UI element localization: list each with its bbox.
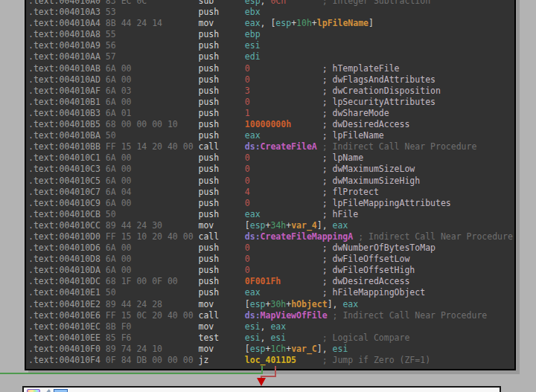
opcode-bytes: FF 15 10 20 40 00: [106, 231, 199, 242]
asm-row[interactable]: .text:004010AB 6A 00 push 0 ; hTemplateF…: [28, 63, 514, 74]
operand-variable-name: var_4: [291, 220, 317, 231]
asm-row[interactable]: .text:004010C5 6A 00 push 0 ; dwMaximumS…: [28, 176, 514, 187]
operand-variable-name: var_C: [291, 344, 317, 354]
operand-register: esp: [250, 220, 266, 231]
address: .text:004010D0: [28, 231, 106, 242]
basic-block-node[interactable]: .text:004010A0 83 EC 0C sub esp, 0Ch ; I…: [25, 0, 516, 370]
operand-register: esp: [275, 18, 291, 28]
asm-row[interactable]: .text:004010B3 6A 01 push 1 ; dwShareMod…: [28, 108, 514, 119]
operand-register: eax: [245, 130, 261, 141]
parameter-comment: ; dwNumberOfBytesToMap: [322, 242, 436, 253]
opcode-bytes: 55: [106, 29, 199, 39]
asm-row[interactable]: .text:004010CB 50 push eax ; hFile: [28, 209, 514, 220]
mnemonic: push: [198, 254, 244, 264]
asm-row[interactable]: .text:004010E6 FF 15 0C 20 40 00 call ds…: [28, 310, 514, 321]
edge-arrowhead-icon: [257, 378, 266, 386]
opcode-bytes: 50: [106, 287, 199, 298]
asm-row[interactable]: .text:004010A8 55 push ebp: [28, 29, 514, 40]
auto-comment: ; Indirect Call Near Procedure: [322, 141, 477, 152]
operand-immediate: 0: [245, 74, 250, 85]
asm-row[interactable]: .text:004010E1 50 push eax ; hFileMappin…: [28, 287, 514, 298]
spacer: [261, 287, 322, 298]
address: .text:004010EC: [28, 321, 106, 332]
opcode-bytes: 57: [106, 51, 199, 62]
asm-row[interactable]: .text:004010D8 6A 00 push 0 ; dwFileOffs…: [28, 254, 514, 265]
opcode-bytes: 0F 84 DB 00 00 00: [106, 355, 199, 365]
palette-icon[interactable]: [27, 389, 40, 392]
window-icon[interactable]: [54, 389, 68, 392]
operand-punctuation: ,: [261, 321, 271, 332]
pencil-icon[interactable]: [44, 389, 51, 392]
address: .text:004010C1: [28, 152, 106, 163]
asm-row[interactable]: .text:004010F0 89 74 24 10 mov [esp+1Ch+…: [28, 344, 514, 355]
asm-row[interactable]: .text:004010A3 53 push ebx: [28, 7, 514, 18]
address: .text:004010F4: [28, 355, 106, 365]
asm-row[interactable]: .text:004010C3 6A 00 push 0 ; dwMaximumS…: [28, 164, 514, 175]
address: .text:004010A8: [28, 29, 106, 39]
opcode-bytes: 6A 00: [106, 63, 199, 74]
parameter-comment: ; hFile: [322, 209, 358, 219]
asm-row[interactable]: .text:004010BA 50 push eax ; lpFileName: [28, 130, 514, 141]
asm-row[interactable]: .text:004010B5 68 00 00 00 10 push 10000…: [28, 119, 514, 130]
spacer: [250, 176, 322, 186]
address: .text:004010C7: [28, 187, 106, 197]
asm-row[interactable]: .text:004010A4 8B 44 24 14 mov eax, [esp…: [28, 18, 514, 29]
mnemonic: push: [198, 7, 244, 17]
address: .text:004010A0: [28, 0, 106, 6]
opcode-bytes: 89 44 24 30: [106, 220, 199, 231]
asm-row[interactable]: .text:004010A9 56 push esi: [28, 40, 514, 51]
asm-row[interactable]: .text:004010CC 89 44 24 30 mov [esp+34h+…: [28, 220, 514, 231]
address: .text:004010D8: [28, 254, 106, 264]
auto-comment: ; Jump if Zero (ZF=1): [322, 355, 430, 365]
asm-row[interactable]: .text:004010A0 83 EC 0C sub esp, 0Ch ; I…: [28, 0, 514, 7]
graph-canvas[interactable]: .text:004010A0 83 EC 0C sub esp, 0Ch ; I…: [0, 0, 536, 392]
opcode-bytes: 89 74 24 10: [106, 344, 199, 354]
spacer: [250, 187, 322, 197]
opcode-bytes: 6A 00: [106, 164, 199, 174]
operand-location-label: loc_4011D5: [245, 355, 296, 365]
asm-row[interactable]: .text:004010BB FF 15 14 20 40 00 call ds…: [28, 141, 514, 152]
asm-row[interactable]: .text:004010C9 6A 00 push 0 ; lpFileMapp…: [28, 198, 514, 209]
operand-register: eax: [342, 299, 358, 309]
asm-row[interactable]: .text:004010B1 6A 00 push 0 ; lpSecurity…: [28, 97, 514, 108]
operand-segment-prefix: ds:: [245, 141, 261, 152]
address: .text:004010AA: [28, 51, 106, 62]
address: .text:004010C3: [28, 164, 106, 174]
asm-row[interactable]: .text:004010AF 6A 03 push 3 ; dwCreation…: [28, 86, 514, 97]
opcode-bytes: 68 1F 00 0F 00: [106, 276, 199, 286]
parameter-comment: ; dwDesiredAccess: [322, 276, 410, 286]
operand-punctuation: [: [245, 220, 250, 231]
address: .text:004010BB: [28, 141, 106, 152]
asm-row[interactable]: .text:004010D0 FF 15 10 20 40 00 call ds…: [28, 231, 514, 242]
mnemonic: push: [198, 265, 244, 275]
spacer: [250, 242, 322, 253]
opcode-bytes: 50: [106, 130, 199, 141]
asm-row[interactable]: .text:004010AD 6A 00 push 0 ; dwFlagsAnd…: [28, 74, 514, 86]
bottom-widget[interactable]: [22, 386, 501, 392]
operand-immediate: 0Ch: [270, 0, 286, 6]
operand-register: eax: [270, 321, 286, 332]
operand-punctuation: , [: [261, 18, 276, 28]
spacer: [328, 310, 333, 321]
address: .text:004010AD: [28, 74, 106, 85]
asm-row[interactable]: .text:004010D6 6A 00 push 0 ; dwNumberOf…: [28, 242, 514, 254]
disassembly-listing: .text:004010A0 83 EC 0C sub esp, 0Ch ; I…: [28, 0, 514, 366]
asm-row[interactable]: .text:004010DC 68 1F 00 0F 00 push 0F001…: [28, 276, 514, 287]
mnemonic: push: [198, 209, 244, 219]
asm-row[interactable]: .text:004010AA 57 push edi: [28, 51, 514, 62]
asm-row[interactable]: .text:004010E2 89 44 24 28 mov [esp+30h+…: [28, 299, 514, 310]
parameter-comment: ; hFileMappingObject: [322, 287, 425, 298]
asm-row[interactable]: .text:004010EE 85 F6 test esi, esi ; Log…: [28, 332, 514, 344]
mnemonic: push: [198, 130, 244, 141]
asm-row[interactable]: .text:004010C7 6A 04 push 4 ; flProtect: [28, 187, 514, 198]
parameter-comment: ; dwShareMode: [322, 108, 389, 118]
operand-register: esi: [245, 40, 261, 51]
address: .text:004010B1: [28, 97, 106, 107]
asm-row[interactable]: .text:004010C1 6A 00 push 0 ; lpName: [28, 152, 514, 164]
asm-row[interactable]: .text:004010F4 0F 84 DB 00 00 00 jz loc_…: [28, 355, 514, 366]
address: .text:004010CB: [28, 209, 106, 219]
opcode-bytes: 89 44 24 28: [106, 299, 199, 309]
asm-row[interactable]: .text:004010DA 6A 00 push 0 ; dwFileOffs…: [28, 265, 514, 276]
opcode-bytes: 6A 00: [106, 74, 199, 85]
asm-row[interactable]: .text:004010EC 8B F0 mov esi, eax: [28, 321, 514, 332]
